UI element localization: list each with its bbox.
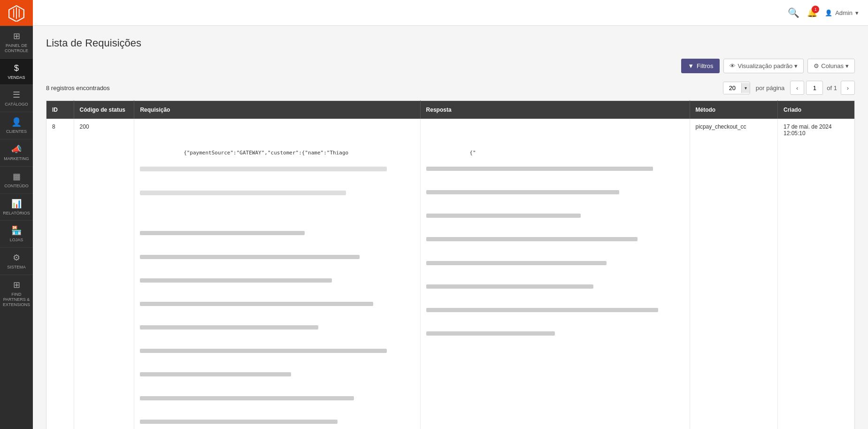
- per-page-label: por página: [756, 84, 784, 92]
- sidebar: ⊞ PAINEL DE CONTROLE $ VENDAS ☰ CATÁLOGO…: [0, 0, 33, 429]
- notifications-button[interactable]: 🔔 1: [807, 8, 817, 18]
- user-label: Admin: [835, 9, 853, 16]
- sidebar-item-conteudo-label: CONTEÚDO: [4, 184, 29, 189]
- per-page-select[interactable]: 20 ▾: [723, 82, 750, 94]
- th-id: ID: [46, 101, 74, 119]
- view-button[interactable]: 👁 Visualização padrão ▾: [723, 59, 804, 73]
- sidebar-item-sistema-label: SISTEMA: [7, 265, 26, 270]
- system-icon: ⚙: [13, 253, 20, 263]
- per-page-dropdown-button[interactable]: ▾: [741, 83, 750, 93]
- sidebar-item-catalogo[interactable]: ☰ CATÁLOGO: [0, 84, 33, 112]
- per-page-input[interactable]: 20: [723, 82, 741, 94]
- sidebar-item-sistema[interactable]: ⚙ SISTEMA: [0, 247, 33, 275]
- filter-label: Filtros: [697, 62, 713, 69]
- sidebar-item-find-partners-label: FIND PARTNERS & EXTENSIONS: [2, 292, 31, 307]
- sidebar-item-catalogo-label: CATÁLOGO: [5, 102, 28, 107]
- topbar: 🔍 🔔 1 👤 Admin ▾: [33, 0, 868, 26]
- view-label: Visualização padrão: [737, 62, 792, 69]
- sidebar-item-clientes-label: CLIENTES: [6, 129, 27, 134]
- page-title: Lista de Requisições: [46, 37, 855, 49]
- stores-icon: 🏪: [11, 225, 22, 236]
- blurred-block-8a: [140, 213, 414, 429]
- dashboard-icon: ⊞: [13, 31, 20, 41]
- request-preview-8: {"paymentSource":"GATEWAY","customer":{"…: [184, 150, 348, 156]
- table-row: 8 200 {"paymentSource":"GATEWAY","custom…: [46, 119, 855, 429]
- requests-table: ID Código de status Requisição Resposta …: [46, 100, 855, 429]
- customers-icon: 👤: [11, 117, 22, 127]
- sidebar-item-lojas[interactable]: 🏪 LOJAS: [0, 220, 33, 247]
- sidebar-item-vendas-label: VENDAS: [8, 75, 25, 80]
- cell-method-8: picpay_checkout_cc: [690, 119, 777, 429]
- th-request: Requisição: [134, 101, 420, 119]
- sales-icon: $: [14, 63, 19, 73]
- response-preview-8: {": [469, 150, 476, 156]
- next-page-button[interactable]: ›: [841, 81, 855, 95]
- sidebar-item-painel-label: PAINEL DE CONTROLE: [2, 43, 31, 54]
- sidebar-item-marketing[interactable]: 📣 MARKETING: [0, 139, 33, 166]
- records-row: 8 registros encontrados 20 ▾ por página …: [46, 81, 855, 95]
- records-count: 8 registros encontrados: [46, 84, 110, 92]
- columns-dropdown-icon: ▾: [845, 62, 849, 69]
- sidebar-item-vendas[interactable]: $ VENDAS: [0, 58, 33, 85]
- prev-page-button[interactable]: ‹: [790, 81, 804, 95]
- cell-status-8: 200: [74, 119, 134, 429]
- sidebar-item-marketing-label: MARKETING: [4, 156, 29, 161]
- th-response: Resposta: [420, 101, 690, 119]
- th-method: Método: [690, 101, 777, 119]
- filter-button[interactable]: ▼ Filtros: [681, 59, 720, 73]
- search-button[interactable]: 🔍: [788, 7, 799, 18]
- columns-label: Colunas: [821, 62, 844, 69]
- sidebar-item-relatorios[interactable]: 📊 RELATÓRIOS: [0, 193, 33, 221]
- marketing-icon: 📣: [11, 144, 22, 154]
- th-created: Criado: [777, 101, 854, 119]
- toolbar: ▼ Filtros 👁 Visualização padrão ▾ ⚙ Colu…: [46, 59, 855, 73]
- sidebar-item-conteudo[interactable]: ▦ CONTEÚDO: [0, 166, 33, 193]
- page-of-label: of 1: [827, 84, 837, 92]
- th-status: Código de status: [74, 101, 134, 119]
- sidebar-item-clientes[interactable]: 👤 CLIENTES: [0, 112, 33, 139]
- extensions-icon: ⊞: [13, 280, 20, 290]
- user-dropdown-icon: ▾: [855, 9, 859, 16]
- notification-badge: 1: [812, 6, 819, 13]
- filter-icon: ▼: [688, 62, 694, 69]
- sidebar-item-lojas-label: LOJAS: [10, 237, 23, 243]
- pagination: 20 ▾ por página ‹ of 1 ›: [723, 81, 855, 95]
- catalog-icon: ☰: [13, 90, 20, 100]
- cell-response-8: {": [420, 119, 690, 429]
- sidebar-item-relatorios-label: RELATÓRIOS: [3, 211, 30, 216]
- logo: [0, 0, 33, 26]
- page-number-input[interactable]: [806, 81, 823, 95]
- cell-request-8: {"paymentSource":"GATEWAY","customer":{"…: [134, 119, 420, 429]
- sidebar-item-find-partners[interactable]: ⊞ FIND PARTNERS & EXTENSIONS: [0, 275, 33, 312]
- columns-button[interactable]: ⚙ Colunas ▾: [807, 59, 855, 73]
- view-dropdown-icon: ▾: [794, 62, 798, 69]
- columns-icon: ⚙: [814, 62, 819, 69]
- content-icon: ▦: [13, 171, 21, 182]
- main-area: 🔍 🔔 1 👤 Admin ▾ Lista de Requisições ▼ F…: [33, 0, 868, 429]
- user-menu[interactable]: 👤 Admin ▾: [825, 9, 859, 16]
- table-header-row: ID Código de status Requisição Resposta …: [46, 101, 855, 119]
- cell-created-8: 17 de mai. de 202412:05:10: [777, 119, 854, 429]
- eye-icon: 👁: [730, 62, 736, 69]
- sidebar-item-painel[interactable]: ⊞ PAINEL DE CONTROLE: [0, 26, 33, 58]
- reports-icon: 📊: [11, 199, 22, 209]
- content-area: Lista de Requisições ▼ Filtros 👁 Visuali…: [33, 26, 868, 429]
- user-icon: 👤: [825, 9, 832, 16]
- magento-logo-icon: [8, 5, 25, 22]
- cell-id-8: 8: [46, 119, 74, 429]
